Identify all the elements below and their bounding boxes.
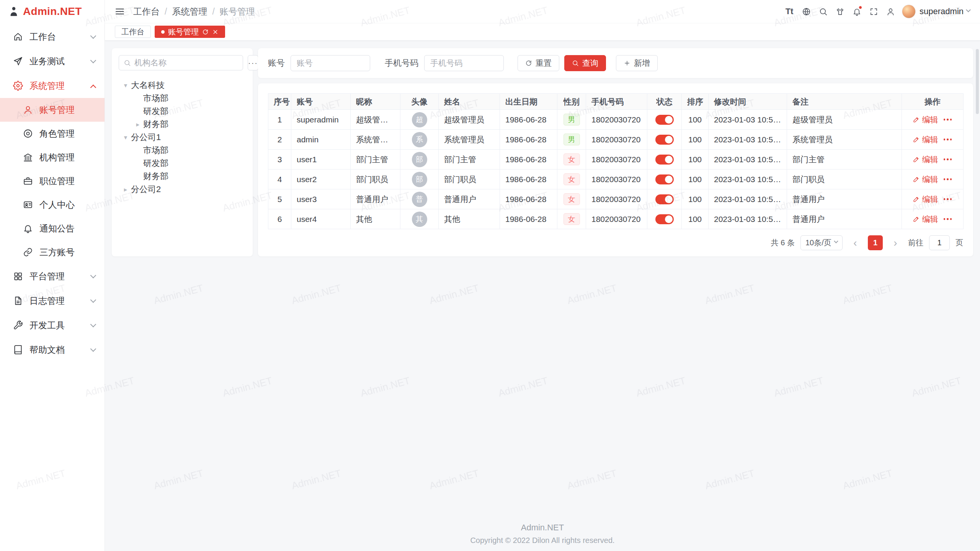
language-button[interactable]	[798, 3, 815, 20]
row-more-button[interactable]	[943, 117, 953, 122]
sidebar-item-account-mgmt[interactable]: 账号管理	[0, 98, 105, 122]
tree-node[interactable]: ▾分公司1	[119, 131, 246, 144]
fullscreen-button[interactable]	[865, 3, 882, 20]
font-size-button[interactable]: Tt	[781, 3, 798, 20]
add-button[interactable]: 新增	[616, 55, 658, 71]
account-input[interactable]	[291, 55, 370, 71]
sidebar-item-business-test[interactable]: 业务测试	[0, 49, 105, 73]
cell-remark: 系统管理员	[787, 130, 902, 150]
sidebar-item-position-mgmt[interactable]: 职位管理	[0, 169, 105, 193]
row-more-button[interactable]	[943, 177, 953, 182]
status-toggle[interactable]	[655, 115, 674, 125]
next-page-button[interactable]: ›	[889, 235, 902, 250]
cell-status	[647, 130, 682, 150]
tree-node[interactable]: ▾大名科技	[119, 79, 246, 92]
status-toggle[interactable]	[655, 174, 674, 184]
row-more-button[interactable]	[943, 137, 953, 142]
cell-nickname: 其他	[351, 209, 400, 229]
org-search-input[interactable]	[134, 58, 238, 67]
notification-button[interactable]	[848, 3, 865, 20]
caret-down-icon[interactable]: ▾	[120, 82, 131, 90]
profile-button[interactable]	[882, 3, 899, 20]
status-toggle[interactable]	[655, 135, 674, 145]
tree-node[interactable]: 市场部	[119, 144, 246, 157]
edit-button[interactable]: 编辑	[913, 134, 938, 145]
breadcrumb-item[interactable]: 工作台	[133, 6, 160, 18]
tree-node[interactable]: ▸分公司2	[119, 183, 246, 196]
tree-node[interactable]: 财务部	[119, 170, 246, 183]
caret-right-icon[interactable]: ▸	[120, 186, 131, 194]
tree-node-label: 分公司1	[131, 132, 161, 143]
logo[interactable]: Admin.NET	[0, 0, 105, 23]
cell-remark: 普通用户	[787, 209, 902, 229]
status-toggle[interactable]	[655, 155, 674, 165]
status-toggle[interactable]	[655, 194, 674, 204]
breadcrumb-item[interactable]: 系统管理	[172, 6, 207, 18]
tab-workbench[interactable]: 工作台	[115, 26, 151, 38]
scrollbar-thumb[interactable]	[976, 49, 979, 114]
cell-no: 5	[268, 189, 291, 209]
sidebar-item-system-mgmt[interactable]: 系统管理	[0, 73, 105, 98]
cell-nickname: 普通用户	[351, 189, 400, 209]
query-label: 查询	[582, 58, 598, 68]
row-more-button[interactable]	[943, 157, 953, 162]
goto-page-input[interactable]	[929, 235, 950, 250]
close-icon[interactable]	[212, 29, 219, 35]
id-card-icon	[23, 200, 33, 210]
page-number-1[interactable]: 1	[868, 235, 883, 250]
table-row: 2 admin 系统管理员 系 系统管理员 1986-06-28 男 18020…	[268, 130, 964, 150]
edit-icon	[913, 136, 920, 143]
status-toggle[interactable]	[655, 214, 674, 224]
globe-icon	[802, 7, 811, 16]
page-size-select[interactable]: 10条/页	[800, 235, 843, 250]
sidebar-item-third-account[interactable]: 三方账号	[0, 240, 105, 264]
tree-node-label: 市场部	[143, 145, 168, 156]
col-header: 备注	[787, 94, 902, 110]
row-more-button[interactable]	[943, 197, 953, 202]
cell-modified-time: 2023-01-03 10:59:44	[709, 150, 787, 170]
edit-button[interactable]: 编辑	[913, 154, 938, 165]
theme-button[interactable]	[831, 3, 848, 20]
sidebar-item-log-mgmt[interactable]: 日志管理	[0, 289, 105, 313]
query-button[interactable]: 查询	[564, 55, 606, 71]
reset-button[interactable]: 重置	[518, 55, 559, 71]
tree-node[interactable]: 研发部	[119, 157, 246, 170]
user-menu[interactable]: superadmin	[902, 5, 970, 18]
phone-input[interactable]	[424, 55, 504, 71]
edit-label: 编辑	[922, 114, 938, 125]
org-tree-panel: ··· ▾大名科技 市场部 研发部 ▸财务部 ▾分公司1 市场部 研发部 财务部…	[112, 48, 253, 256]
cell-no: 2	[268, 130, 291, 150]
cell-remark: 普通用户	[787, 189, 902, 209]
sidebar-item-label: 通知公告	[39, 223, 95, 235]
org-more-button[interactable]: ···	[248, 55, 258, 70]
sidebar-item-dev-tools[interactable]: 开发工具	[0, 313, 105, 337]
tree-node[interactable]: 市场部	[119, 92, 246, 105]
sidebar-item-label: 业务测试	[29, 55, 85, 67]
tree-node[interactable]: 研发部	[119, 105, 246, 118]
tree-node[interactable]: ▸财务部	[119, 118, 246, 131]
sidebar-item-label: 工作台	[29, 31, 85, 43]
search-button[interactable]	[815, 3, 831, 20]
edit-button[interactable]: 编辑	[913, 174, 938, 185]
cell-modified-time: 2023-01-03 10:59:44	[709, 110, 787, 130]
sidebar-item-label: 平台管理	[29, 271, 85, 282]
refresh-icon[interactable]	[202, 29, 209, 35]
caret-down-icon[interactable]: ▾	[120, 134, 131, 142]
sidebar-item-help-docs[interactable]: 帮助文档	[0, 337, 105, 362]
sidebar-item-org-mgmt[interactable]: 机构管理	[0, 145, 105, 169]
bell-icon	[23, 223, 33, 233]
tab-account-mgmt[interactable]: 账号管理	[155, 26, 225, 38]
prev-page-button[interactable]: ‹	[848, 235, 862, 250]
sidebar-item-notice[interactable]: 通知公告	[0, 217, 105, 240]
edit-button[interactable]: 编辑	[913, 214, 938, 225]
caret-right-icon[interactable]: ▸	[132, 121, 143, 129]
row-more-button[interactable]	[943, 217, 953, 222]
sidebar-item-platform-mgmt[interactable]: 平台管理	[0, 264, 105, 289]
sidebar-item-workbench[interactable]: 工作台	[0, 24, 105, 49]
cell-name: 系统管理员	[439, 130, 500, 150]
sidebar-item-role-mgmt[interactable]: 角色管理	[0, 122, 105, 145]
menu-collapse-button[interactable]	[115, 7, 125, 16]
edit-button[interactable]: 编辑	[913, 114, 938, 125]
sidebar-item-profile-center[interactable]: 个人中心	[0, 193, 105, 217]
edit-button[interactable]: 编辑	[913, 194, 938, 205]
